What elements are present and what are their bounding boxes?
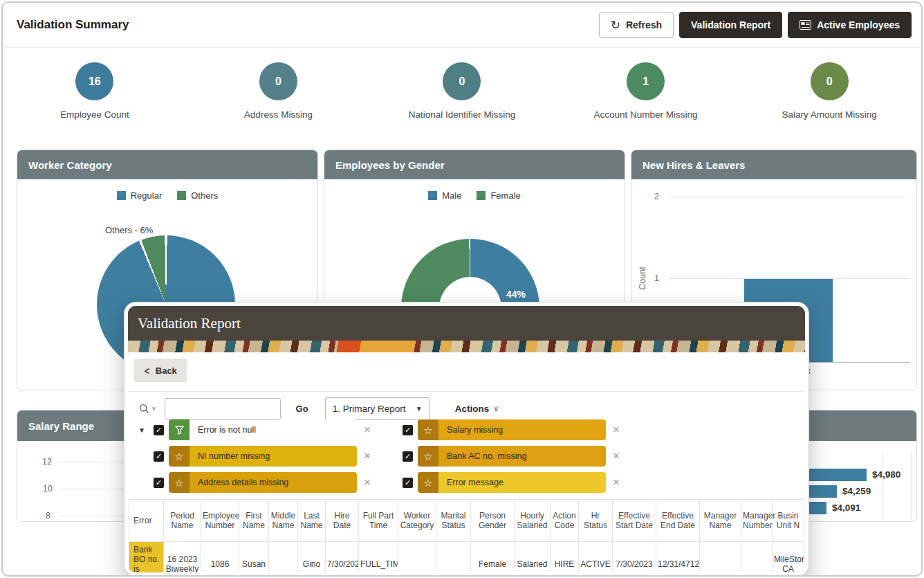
- column-header[interactable]: Manager Number: [741, 500, 773, 542]
- column-header[interactable]: Marital Status: [436, 500, 471, 542]
- table-cell: 1086: [201, 542, 239, 577]
- chevron-left-icon: <: [145, 365, 149, 377]
- legend-swatch-green: [177, 191, 186, 200]
- kpi: 0Address Missing: [187, 62, 371, 138]
- legend-label: Male: [442, 190, 461, 201]
- table-cell: [398, 542, 436, 577]
- table-cell: FULL_TIME: [359, 542, 398, 577]
- filter-chip-label: Bank AC no. missing: [438, 446, 606, 467]
- table-cell: 12/31/4712: [656, 542, 700, 577]
- filters-expander-icon[interactable]: ▼: [138, 426, 154, 434]
- filter-checkbox-checked[interactable]: ✓: [154, 478, 164, 488]
- filter-checkbox-checked[interactable]: ✓: [154, 425, 164, 435]
- actions-menu-button[interactable]: Actions ∨: [455, 404, 499, 414]
- column-header[interactable]: Employee Number: [201, 500, 239, 542]
- filter-checkbox-checked[interactable]: ✓: [403, 425, 413, 435]
- legend-item-female[interactable]: Female: [477, 190, 520, 201]
- table-cell: ACTIVE: [579, 542, 613, 577]
- filter-chip-label: Salary missing: [438, 419, 606, 440]
- report-table: ErrorPeriod NameEmployee NumberFirst Nam…: [129, 499, 804, 576]
- decorative-banner: [128, 341, 805, 352]
- column-header[interactable]: Person Gender: [471, 500, 515, 542]
- caret-down-icon: ▼: [416, 405, 423, 413]
- remove-filter-icon[interactable]: ×: [357, 423, 378, 437]
- legend-item-others[interactable]: Others: [177, 190, 218, 201]
- star-icon: ☆: [169, 446, 190, 467]
- page-title: Validation Summary: [17, 18, 599, 32]
- column-header[interactable]: Last Name: [298, 500, 326, 542]
- filter-row: ✓☆NI number missing×✓☆Bank AC no. missin…: [128, 446, 805, 467]
- search-input[interactable]: [165, 398, 281, 419]
- table-cell: 7/30/2023: [613, 542, 656, 577]
- column-header[interactable]: Action Code: [551, 500, 579, 542]
- column-header[interactable]: Worker Category: [398, 500, 436, 542]
- column-header[interactable]: Hourly Salaried: [515, 500, 551, 542]
- remove-filter-icon[interactable]: ×: [357, 476, 378, 489]
- column-header[interactable]: Hr Status: [579, 500, 613, 542]
- filter-checkbox-checked[interactable]: ✓: [403, 451, 413, 462]
- filter-chip-salary-missing[interactable]: ☆Salary missing: [418, 419, 606, 440]
- kpi-value-badge[interactable]: 0: [811, 62, 849, 100]
- column-header[interactable]: Period Name: [164, 500, 201, 542]
- table-cell: [436, 542, 471, 577]
- filter-chip-address-details-missing[interactable]: ☆Address details missing: [169, 472, 357, 493]
- kpi-row: 16Employee Count0Address Missing0Nationa…: [3, 62, 921, 138]
- kpi-value-badge[interactable]: 0: [443, 62, 481, 100]
- column-header[interactable]: Manager Name: [700, 500, 741, 542]
- kpi: 16Employee Count: [3, 62, 187, 138]
- refresh-button[interactable]: ↻ Refresh: [599, 12, 674, 38]
- search-icon: [139, 404, 149, 414]
- column-header[interactable]: Effective Start Date: [613, 500, 656, 542]
- report-select[interactable]: 1. Primary Report ▼: [325, 397, 430, 420]
- filter-chip-ni-number-missing[interactable]: ☆NI number missing: [169, 446, 357, 467]
- validation-report-button[interactable]: Validation Report: [679, 12, 782, 38]
- app-window: Validation Summary ↻ Refresh Validation …: [0, 0, 924, 578]
- kpi-value-badge[interactable]: 0: [259, 62, 297, 100]
- search-scope-button[interactable]: ∨: [139, 404, 156, 414]
- back-button[interactable]: < Back: [134, 359, 187, 382]
- remove-filter-icon[interactable]: ×: [606, 423, 627, 437]
- employees-by-gender-card-title: Employees by Gender: [324, 150, 625, 179]
- kpi-value-badge[interactable]: 16: [75, 62, 113, 100]
- filter-chip-bank-ac-no-missing[interactable]: ☆Bank AC no. missing: [418, 446, 606, 467]
- kpi-label: Employee Count: [60, 109, 129, 120]
- gridline: [669, 197, 910, 197]
- donut-percentage-label: 44%: [506, 289, 526, 300]
- filter-chip-label: Address details missing: [190, 472, 357, 493]
- gridline: [911, 453, 912, 520]
- validation-report-button-label: Validation Report: [691, 19, 770, 30]
- remove-filter-icon[interactable]: ×: [357, 449, 378, 463]
- kpi: 0Salary Amount Missing: [737, 62, 921, 138]
- remove-filter-icon[interactable]: ×: [606, 449, 627, 463]
- filter-checkbox-checked[interactable]: ✓: [154, 451, 164, 462]
- table-header-row: ErrorPeriod NameEmployee NumberFirst Nam…: [129, 500, 804, 542]
- salary-bar-label: $4,259: [842, 486, 871, 496]
- table-cell: 16 2023 Biweekly: [164, 542, 201, 577]
- active-filters: ▼✓Error is not null×✓☆Salary missing×✓☆N…: [128, 419, 805, 498]
- page-frame: Validation Summary ↻ Refresh Validation …: [1, 1, 923, 577]
- kpi-value-badge[interactable]: 1: [627, 62, 665, 100]
- go-button[interactable]: Go: [296, 404, 308, 414]
- filter-chip-error-message[interactable]: ☆Error message: [418, 472, 606, 493]
- id-card-icon: [800, 20, 811, 30]
- legend-item-regular[interactable]: Regular: [117, 190, 163, 201]
- column-header[interactable]: Effective End Date: [656, 500, 700, 542]
- filter-checkbox-checked[interactable]: ✓: [403, 478, 413, 488]
- column-header[interactable]: Busin Unit N: [773, 500, 804, 542]
- worker-category-card-title: Worker Category: [17, 150, 317, 179]
- page-header: Validation Summary ↻ Refresh Validation …: [3, 3, 921, 48]
- column-header[interactable]: Hire Date: [326, 500, 359, 542]
- column-header[interactable]: Full Part Time: [359, 500, 398, 542]
- legend-item-male[interactable]: Male: [428, 190, 461, 201]
- column-header[interactable]: Middle Name: [269, 500, 298, 542]
- actions-menu-label: Actions: [455, 404, 490, 414]
- active-employees-button[interactable]: Active Employees: [788, 12, 912, 38]
- chevron-down-icon: ∨: [151, 405, 156, 412]
- filter-chip-error-is-not-null[interactable]: Error is not null: [169, 419, 357, 440]
- remove-filter-icon[interactable]: ×: [606, 476, 627, 489]
- column-header[interactable]: First Name: [239, 500, 269, 542]
- gender-legend: Male Female: [324, 190, 625, 201]
- star-icon: ☆: [418, 472, 438, 493]
- column-header[interactable]: Error: [129, 500, 164, 542]
- back-button-label: Back: [156, 365, 177, 376]
